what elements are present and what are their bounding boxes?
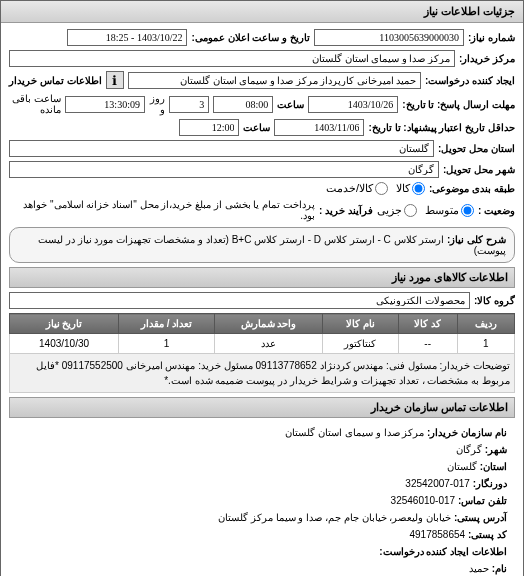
goods-table: ردیف کد کالا نام کالا واحد شمارش تعداد /…	[9, 313, 515, 393]
deadline-time-label: ساعت	[277, 99, 304, 110]
province-input[interactable]	[9, 140, 434, 157]
contact-org: نام سازمان خریدار: مرکز صدا و سیمای استا…	[17, 424, 507, 441]
request-no-label: شماره نیاز:	[468, 32, 515, 43]
table-body: 1 -- کنتاکتور عدد 1 1403/10/30 توضیحات خ…	[10, 334, 515, 393]
radio-medium-input[interactable]	[461, 204, 474, 217]
city-input[interactable]	[9, 161, 439, 178]
c-city-value: گرگان	[456, 444, 482, 455]
th-qty: تعداد / مقدار	[119, 314, 215, 334]
radio-partial-label: جزیی	[377, 204, 402, 217]
radio-all-label: کالا	[396, 182, 410, 195]
deadline-label: مهلت ارسال پاسخ: تا تاریخ:	[402, 99, 515, 110]
addr-label: آدرس پستی:	[454, 512, 507, 523]
c-prov-value: گلستان	[447, 461, 477, 472]
row-buyer-center: مرکز خریدار:	[9, 50, 515, 67]
panel-body: شماره نیاز: تاریخ و ساعت اعلان عمومی: مر…	[1, 23, 523, 576]
th-code: کد کالا	[398, 314, 457, 334]
cell-code: --	[398, 334, 457, 354]
days-remain-label: روز و	[149, 93, 165, 115]
radio-all-input[interactable]	[412, 182, 425, 195]
hours-remain-input	[65, 96, 145, 113]
notes-label: توضیحات خریدار:	[439, 360, 510, 371]
validity-label: حداقل تاریخ اعتبار پیشنهاد: تا تاریخ:	[368, 122, 515, 133]
city-label: شهر محل تحویل:	[443, 164, 515, 175]
province-label: استان محل تحویل:	[438, 143, 515, 154]
contact-province: استان: گلستان	[17, 458, 507, 475]
contact-btn-label: اطلاعات تماس خریدار	[9, 75, 102, 86]
deadline-date-input[interactable]	[308, 96, 398, 113]
addr-value: خیابان ولیعصر، خیابان جام جم، صدا و سیما…	[218, 512, 451, 523]
contact-req-info: اطلاعات ایجاد کننده درخواست:	[17, 543, 507, 560]
radio-goods[interactable]: کالا/خدمت	[326, 182, 388, 195]
table-head: ردیف کد کالا نام کالا واحد شمارش تعداد /…	[10, 314, 515, 334]
keywords-text: ارستر کلاس C - ارستر کلاس D - ارستر کلاس…	[38, 234, 506, 256]
contact-phone: تلفن تماس: 017-32546010	[17, 492, 507, 509]
situation-radio-group: متوسط جزیی	[377, 204, 474, 217]
row-request-no: شماره نیاز: تاریخ و ساعت اعلان عمومی:	[9, 29, 515, 46]
keywords-box: شرح کلی نیاز: ارستر کلاس C - ارستر کلاس …	[9, 227, 515, 263]
radio-medium-label: متوسط	[425, 204, 459, 217]
postal-value: 4917858654	[409, 529, 465, 540]
fax-label: دورنگار:	[473, 478, 507, 489]
situation-label: وضعیت :	[478, 205, 515, 216]
fax-value: 017-32542007	[405, 478, 470, 489]
th-date: تاریخ نیاز	[10, 314, 119, 334]
public-datetime-label: تاریخ و ساعت اعلان عمومی:	[191, 32, 309, 43]
contact-info-button[interactable]: ℹ	[106, 71, 124, 89]
row-city: شهر محل تحویل:	[9, 161, 515, 178]
requester-label: ایجاد کننده درخواست:	[425, 75, 515, 86]
buyer-center-input[interactable]	[9, 50, 455, 67]
radio-all[interactable]: کالا	[396, 182, 425, 195]
c-prov-label: استان:	[480, 461, 507, 472]
row-requester: ایجاد کننده درخواست: ℹ اطلاعات تماس خرید…	[9, 71, 515, 89]
validity-date-input[interactable]	[274, 119, 364, 136]
contact-name: نام: حمید	[17, 560, 507, 576]
req-info-label: اطلاعات ایجاد کننده درخواست:	[379, 546, 507, 557]
cell-date: 1403/10/30	[10, 334, 119, 354]
contact-postal: کد پستی: 4917858654	[17, 526, 507, 543]
cell-unit: عدد	[215, 334, 323, 354]
row-situation: وضعیت : متوسط جزیی فرآیند خرید : پرداخت …	[9, 199, 515, 221]
name-value: حمید	[469, 563, 489, 574]
contact-address: آدرس پستی: خیابان ولیعصر، خیابان جام جم،…	[17, 509, 507, 526]
notes-cell: توضیحات خریدار: مسئول فنی: مهندس کردنژاد…	[10, 354, 515, 393]
category-label: طبقه بندی موضوعی:	[429, 183, 515, 194]
buyer-center-label: مرکز خریدار:	[459, 53, 515, 64]
validity-time-label: ساعت	[243, 122, 270, 133]
notes-row: توضیحات خریدار: مسئول فنی: مهندس کردنژاد…	[10, 354, 515, 393]
goods-group-input[interactable]	[9, 292, 470, 309]
postal-label: کد پستی:	[468, 529, 507, 540]
goods-group-label: گروه کالا:	[474, 295, 515, 306]
c-city-label: شهر:	[485, 444, 507, 455]
hours-remain-label: ساعت باقی مانده	[9, 93, 61, 115]
contact-fax: دورنگار: 017-32542007	[17, 475, 507, 492]
process-label: فرآیند خرید :	[319, 205, 373, 216]
org-value: مرکز صدا و سیمای استان گلستان	[285, 427, 424, 438]
table-row: 1 -- کنتاکتور عدد 1 1403/10/30	[10, 334, 515, 354]
requester-input[interactable]	[128, 72, 422, 89]
th-name: نام کالا	[322, 314, 398, 334]
deadline-time-input[interactable]	[213, 96, 273, 113]
request-no-input[interactable]	[314, 29, 464, 46]
panel-title: جزئیات اطلاعات نیاز	[1, 1, 523, 23]
phone-value: 017-32546010	[391, 495, 456, 506]
contact-section-title: اطلاعات تماس سازمان خریدار	[9, 397, 515, 418]
contact-section: نام سازمان خریدار: مرکز صدا و سیمای استا…	[9, 418, 515, 576]
radio-medium[interactable]: متوسط	[425, 204, 474, 217]
cell-idx: 1	[457, 334, 514, 354]
public-datetime-input[interactable]	[67, 29, 187, 46]
radio-goods-label: کالا/خدمت	[326, 182, 373, 195]
row-validity: حداقل تاریخ اعتبار پیشنهاد: تا تاریخ: سا…	[9, 119, 515, 136]
details-panel: جزئیات اطلاعات نیاز شماره نیاز: تاریخ و …	[0, 0, 524, 576]
validity-time-input[interactable]	[179, 119, 239, 136]
contact-city: شهر: گرگان	[17, 441, 507, 458]
row-province: استان محل تحویل:	[9, 140, 515, 157]
th-unit: واحد شمارش	[215, 314, 323, 334]
radio-partial[interactable]: جزیی	[377, 204, 417, 217]
th-idx: ردیف	[457, 314, 514, 334]
radio-partial-input[interactable]	[404, 204, 417, 217]
days-remain-input	[169, 96, 209, 113]
row-goods-group: گروه کالا:	[9, 292, 515, 309]
cell-name: کنتاکتور	[322, 334, 398, 354]
radio-goods-input[interactable]	[375, 182, 388, 195]
